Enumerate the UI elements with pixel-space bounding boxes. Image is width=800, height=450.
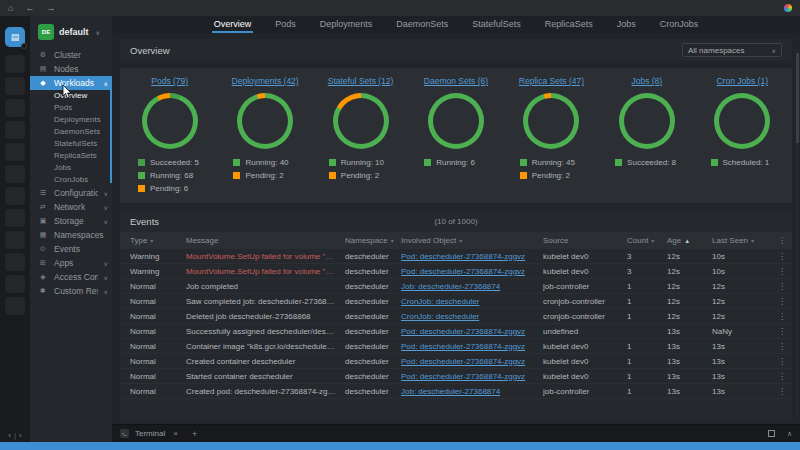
involved-object-link[interactable]: Pod: descheduler-27368874-zggvz bbox=[401, 327, 525, 336]
home-icon[interactable]: ⌂ bbox=[8, 0, 13, 16]
hotbar-slot[interactable] bbox=[5, 121, 25, 139]
chart-title-link[interactable]: Deployments (42) bbox=[232, 76, 299, 86]
active-cluster-button[interactable]: ▤ bbox=[5, 27, 25, 47]
content-scrollbar[interactable] bbox=[796, 53, 799, 420]
tab-pods[interactable]: Pods bbox=[273, 16, 298, 33]
new-terminal-icon[interactable]: + bbox=[192, 429, 197, 439]
row-menu-icon[interactable]: ⋮ bbox=[770, 252, 786, 261]
chart-title-link[interactable]: Replica Sets (47) bbox=[519, 76, 584, 86]
column-header-message[interactable]: Message bbox=[186, 236, 345, 245]
involved-object-link[interactable]: Job: descheduler-27368874 bbox=[401, 282, 500, 291]
hotbar-slot[interactable] bbox=[5, 209, 25, 227]
hotbar-slot[interactable] bbox=[5, 231, 25, 249]
table-row[interactable]: NormalSaw completed job: descheduler-273… bbox=[120, 294, 792, 309]
expand-dock-icon[interactable]: ∧ bbox=[787, 430, 792, 438]
involved-object-link[interactable]: Pod: descheduler-27368874-zggvz bbox=[401, 357, 525, 366]
hotbar-slot[interactable] bbox=[5, 99, 25, 117]
hotbar-slot[interactable] bbox=[5, 165, 25, 183]
forward-icon[interactable]: → bbox=[46, 0, 55, 16]
sidebar-item-nodes[interactable]: ▤Nodes bbox=[30, 62, 112, 76]
table-row[interactable]: WarningMountVolume.SetUp failed for volu… bbox=[120, 249, 792, 264]
row-menu-icon[interactable]: ⋮ bbox=[770, 327, 786, 336]
tab-statefulsets[interactable]: StatefulSets bbox=[470, 16, 523, 33]
column-header-last-seen[interactable]: Last Seen▾ bbox=[712, 236, 770, 245]
column-header-menu[interactable]: ⋮ bbox=[770, 236, 786, 245]
involved-object-link[interactable]: Job: descheduler-27368874 bbox=[401, 387, 500, 396]
row-menu-icon[interactable]: ⋮ bbox=[770, 282, 786, 291]
close-terminal-icon[interactable]: × bbox=[173, 429, 178, 438]
row-menu-icon[interactable]: ⋮ bbox=[770, 312, 786, 321]
involved-object-link[interactable]: Pod: descheduler-27368874-zggvz bbox=[401, 342, 525, 351]
chart-title-link[interactable]: Stateful Sets (12) bbox=[328, 76, 394, 86]
tab-cronjobs[interactable]: CronJobs bbox=[658, 16, 701, 33]
sidebar-subitem-pods[interactable]: Pods bbox=[30, 102, 112, 114]
tab-jobs[interactable]: Jobs bbox=[615, 16, 638, 33]
sidebar-subitem-replicasets[interactable]: ReplicaSets bbox=[30, 150, 112, 162]
table-row[interactable]: WarningMountVolume.SetUp failed for volu… bbox=[120, 264, 792, 279]
back-icon[interactable]: ← bbox=[25, 0, 34, 16]
donut-chart bbox=[142, 93, 198, 149]
tab-deployments[interactable]: Deployments bbox=[318, 16, 375, 33]
hotbar-slot[interactable] bbox=[5, 275, 25, 293]
user-menu-icon[interactable] bbox=[784, 4, 792, 12]
hotbar-next-icon[interactable]: › bbox=[19, 431, 22, 440]
row-menu-icon[interactable]: ⋮ bbox=[770, 372, 786, 381]
hotbar-slot[interactable] bbox=[5, 253, 25, 271]
hotbar-slot[interactable] bbox=[5, 297, 25, 315]
involved-object-link[interactable]: Pod: descheduler-27368874-zggvz bbox=[401, 372, 525, 381]
table-row[interactable]: NormalContainer image "k8s.gcr.io/desche… bbox=[120, 339, 792, 354]
column-header-age[interactable]: Age▲ bbox=[667, 236, 712, 245]
row-menu-icon[interactable]: ⋮ bbox=[770, 387, 786, 396]
column-header-type[interactable]: Type▾ bbox=[130, 236, 186, 245]
column-header-count[interactable]: Count▾ bbox=[627, 236, 667, 245]
sidebar-subitem-deployments[interactable]: Deployments bbox=[30, 114, 112, 126]
hotbar-slot[interactable] bbox=[5, 187, 25, 205]
table-row[interactable]: NormalDeleted job descheduler-27368868de… bbox=[120, 309, 792, 324]
sidebar-item-configuration[interactable]: ☰Configuration∨ bbox=[30, 186, 112, 200]
row-menu-icon[interactable]: ⋮ bbox=[770, 357, 786, 366]
sidebar-subitem-statefulsets[interactable]: StatefulSets bbox=[30, 138, 112, 150]
row-menu-icon[interactable]: ⋮ bbox=[770, 342, 786, 351]
table-row[interactable]: NormalJob completeddeschedulerJob: desch… bbox=[120, 279, 792, 294]
sidebar-subitem-jobs[interactable]: Jobs bbox=[30, 162, 112, 174]
sidebar-item-cluster[interactable]: ⚙Cluster bbox=[30, 48, 112, 62]
involved-object-link[interactable]: CronJob: descheduler bbox=[401, 312, 479, 321]
sidebar-subitem-daemonsets[interactable]: DaemonSets bbox=[30, 126, 112, 138]
tab-daemonsets[interactable]: DaemonSets bbox=[394, 16, 450, 33]
hotbar-prev-icon[interactable]: ‹ bbox=[8, 431, 11, 440]
namespace-select[interactable]: All namespaces ∨ bbox=[682, 43, 782, 57]
hotbar-slot[interactable] bbox=[5, 55, 25, 73]
table-row[interactable]: NormalCreated pod: descheduler-27368874-… bbox=[120, 384, 792, 399]
tab-replicasets[interactable]: ReplicaSets bbox=[543, 16, 595, 33]
involved-object-link[interactable]: CronJob: descheduler bbox=[401, 297, 479, 306]
table-row[interactable]: NormalSuccessfully assigned descheduler/… bbox=[120, 324, 792, 339]
row-menu-icon[interactable]: ⋮ bbox=[770, 297, 786, 306]
sidebar-item-access-control[interactable]: ◈Access Control∨ bbox=[30, 270, 112, 284]
row-menu-icon[interactable]: ⋮ bbox=[770, 267, 786, 276]
chart-title-link[interactable]: Jobs (8) bbox=[631, 76, 662, 86]
sidebar-item-custom-resources[interactable]: ✱Custom Resources∨ bbox=[30, 284, 112, 298]
tab-overview[interactable]: Overview bbox=[212, 16, 254, 33]
sidebar-item-events[interactable]: ⊙Events bbox=[30, 242, 112, 256]
sidebar-item-namespaces[interactable]: ▦Namespaces bbox=[30, 228, 112, 242]
scrollbar-thumb[interactable] bbox=[796, 53, 799, 143]
hotbar-slot[interactable] bbox=[5, 143, 25, 161]
cluster-selector[interactable]: DE default ∨ bbox=[30, 16, 112, 48]
hotbar-slot[interactable] bbox=[5, 77, 25, 95]
column-header-source[interactable]: Source bbox=[543, 236, 627, 245]
sidebar-item-apps[interactable]: ⊞Apps∨ bbox=[30, 256, 112, 270]
sidebar-item-storage[interactable]: ▣Storage∨ bbox=[30, 214, 112, 228]
sidebar-item-network[interactable]: ⇄Network∨ bbox=[30, 200, 112, 214]
column-header-involved-object[interactable]: Involved Object▾ bbox=[401, 236, 543, 245]
terminal-tab[interactable]: Terminal bbox=[135, 429, 165, 438]
chart-title-link[interactable]: Cron Jobs (1) bbox=[716, 76, 768, 86]
sidebar-subitem-cronjobs[interactable]: CronJobs bbox=[30, 174, 112, 186]
table-row[interactable]: NormalStarted container deschedulerdesch… bbox=[120, 369, 792, 384]
involved-object-link[interactable]: Pod: descheduler-27368874-zggvz bbox=[401, 252, 525, 261]
involved-object-link[interactable]: Pod: descheduler-27368874-zggvz bbox=[401, 267, 525, 276]
maximize-dock-icon[interactable] bbox=[768, 430, 775, 437]
chart-title-link[interactable]: Daemon Sets (6) bbox=[424, 76, 488, 86]
chart-title-link[interactable]: Pods (79) bbox=[151, 76, 188, 86]
column-header-namespace[interactable]: Namespace▾ bbox=[345, 236, 401, 245]
table-row[interactable]: NormalCreated container deschedulerdesch… bbox=[120, 354, 792, 369]
